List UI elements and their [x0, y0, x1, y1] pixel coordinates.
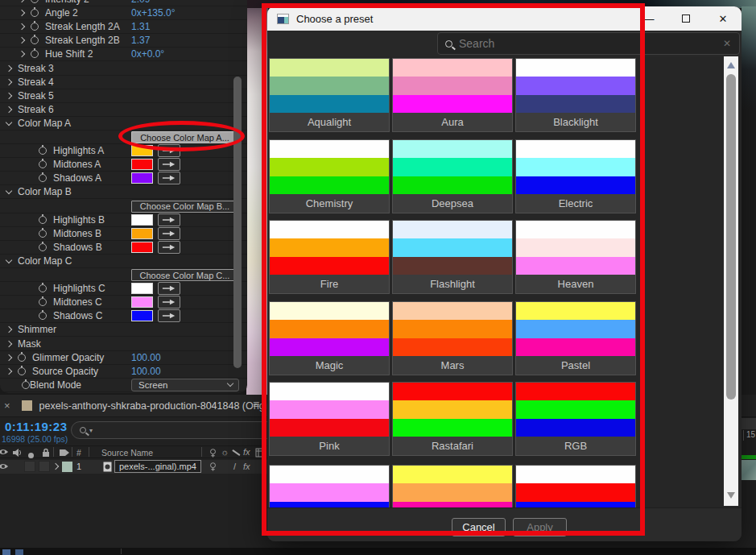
stopwatch-icon[interactable]	[31, 50, 39, 58]
solo-icon[interactable]	[28, 450, 34, 460]
comp-color-chip	[22, 400, 32, 411]
chevron-right-icon[interactable]	[6, 367, 12, 374]
chevron-right-icon[interactable]	[19, 51, 25, 57]
color-swatch[interactable]	[131, 228, 153, 239]
param-label: Midtones A	[53, 159, 101, 170]
chevron-right-icon[interactable]	[52, 463, 59, 470]
label-tag-icon[interactable]	[59, 448, 70, 459]
clear-search-icon[interactable]: ✕	[723, 38, 731, 49]
eye-icon[interactable]	[0, 462, 9, 472]
panel-close-icon[interactable]: ×	[4, 400, 10, 412]
toggle-cell[interactable]	[24, 461, 35, 472]
scrollbar-thumb[interactable]	[726, 74, 736, 400]
audio-icon[interactable]	[12, 448, 22, 459]
effect-row-angle-2: Angle 2 0x+135.0°	[0, 6, 247, 20]
eyedropper-icon[interactable]	[158, 282, 180, 295]
chevron-right-icon[interactable]	[19, 23, 25, 30]
maximize-button[interactable]	[667, 6, 704, 31]
toggle-icon-fragment[interactable]	[2, 549, 10, 555]
param-value[interactable]: 100.00	[131, 366, 161, 377]
chevron-down-icon[interactable]	[6, 119, 12, 126]
param-value[interactable]: 1.31	[131, 21, 150, 32]
effect-row-color-map-c: Color Map C	[0, 255, 247, 268]
stopwatch-icon[interactable]	[31, 0, 39, 3]
eyedropper-icon[interactable]	[158, 241, 180, 254]
fx-icon[interactable]: fx	[243, 447, 250, 457]
quality-icon[interactable]: /	[233, 462, 236, 471]
chevron-right-icon[interactable]	[6, 340, 12, 346]
eyedropper-icon[interactable]	[158, 309, 180, 322]
stopwatch-icon[interactable]	[31, 9, 39, 17]
current-timecode[interactable]: 0:11:19:23	[5, 420, 68, 433]
color-swatch[interactable]	[131, 242, 153, 253]
eyedropper-icon[interactable]	[158, 296, 180, 309]
color-swatch[interactable]	[131, 283, 153, 294]
toggle-icon-fragment[interactable]	[15, 549, 23, 555]
group-label: Color Map A	[18, 118, 71, 129]
color-swatch[interactable]	[131, 172, 153, 184]
chevron-right-icon[interactable]	[6, 106, 12, 113]
dialog-scrollbar[interactable]	[724, 56, 738, 506]
eyedropper-icon[interactable]	[158, 158, 180, 171]
chevron-right-icon[interactable]	[19, 0, 25, 2]
layer-label-swatch[interactable]	[62, 462, 72, 472]
eye-icon[interactable]	[0, 448, 9, 458]
composition-tab-title[interactable]: pexels-anthony-shkraba-production-804184…	[39, 400, 284, 412]
effects-panel-scrollbar[interactable]	[233, 77, 242, 368]
choose-color-map-button[interactable]: Choose Color Map C...	[131, 269, 238, 281]
stopwatch-icon[interactable]	[18, 367, 26, 375]
chevron-right-icon[interactable]	[6, 92, 12, 98]
stopwatch-icon[interactable]	[39, 284, 47, 292]
color-swatch[interactable]	[131, 296, 153, 308]
param-value[interactable]: 100.00	[131, 352, 161, 363]
stopwatch-icon[interactable]	[39, 160, 47, 168]
chevron-right-icon[interactable]	[6, 354, 12, 360]
effect-row-streak-length-2b: Streak Length 2B 1.37	[0, 34, 247, 48]
eyedropper-icon[interactable]	[158, 172, 180, 184]
chevron-right-icon[interactable]	[6, 64, 12, 71]
chevron-right-icon[interactable]	[6, 78, 12, 85]
param-value[interactable]: 0x+0.0°	[131, 48, 164, 60]
stopwatch-icon[interactable]	[39, 230, 47, 238]
stopwatch-icon[interactable]	[39, 174, 47, 182]
shy-icon[interactable]	[208, 448, 218, 460]
eyedropper-icon[interactable]	[158, 227, 180, 240]
stopwatch-icon[interactable]	[39, 312, 47, 320]
effect-row-streak-length-2a: Streak Length 2A 1.31	[0, 20, 247, 34]
stopwatch-icon[interactable]	[39, 298, 47, 306]
scroll-up-icon[interactable]	[727, 62, 735, 68]
chevron-down-icon[interactable]	[6, 188, 12, 194]
close-button[interactable]: ✕	[704, 6, 742, 31]
eyedropper-icon[interactable]	[158, 213, 180, 226]
param-value[interactable]: 1.37	[131, 35, 150, 46]
layer-name[interactable]: pexels-...ginal).mp4	[114, 460, 201, 473]
choose-color-map-button[interactable]: Choose Color Map B...	[131, 201, 238, 213]
stopwatch-icon[interactable]	[39, 216, 47, 224]
motion-blur-icon[interactable]	[233, 449, 241, 456]
layer-row[interactable]: 1 pexels-...ginal).mp4 / fx	[0, 460, 267, 474]
scroll-down-icon[interactable]	[727, 492, 735, 499]
param-value[interactable]: 0x+135.0°	[131, 7, 176, 19]
chevron-down-icon[interactable]	[6, 257, 12, 263]
source-name-column[interactable]: Source Name	[101, 448, 153, 458]
color-swatch[interactable]	[131, 214, 153, 226]
color-swatch[interactable]	[131, 310, 153, 321]
stopwatch-icon[interactable]	[31, 36, 39, 44]
fx-icon[interactable]: fx	[243, 462, 250, 471]
blend-mode-select[interactable]: Screen	[131, 379, 239, 391]
chevron-right-icon[interactable]	[6, 326, 12, 333]
param-value[interactable]: 2.09	[131, 0, 150, 5]
chevron-right-icon[interactable]	[19, 37, 25, 43]
shy-icon[interactable]	[208, 462, 218, 474]
stopwatch-icon[interactable]	[22, 381, 30, 389]
stopwatch-icon[interactable]	[18, 354, 26, 362]
stopwatch-icon[interactable]	[39, 243, 47, 251]
color-swatch[interactable]	[131, 159, 153, 170]
toggle-cell[interactable]	[39, 461, 50, 472]
chevron-right-icon[interactable]	[19, 10, 25, 16]
lock-icon[interactable]	[42, 448, 50, 459]
panel-menu-icon[interactable]: ≡	[253, 398, 259, 411]
frame-blend-icon[interactable]: ☼	[221, 447, 229, 457]
stopwatch-icon[interactable]	[39, 147, 47, 155]
stopwatch-icon[interactable]	[31, 23, 39, 31]
